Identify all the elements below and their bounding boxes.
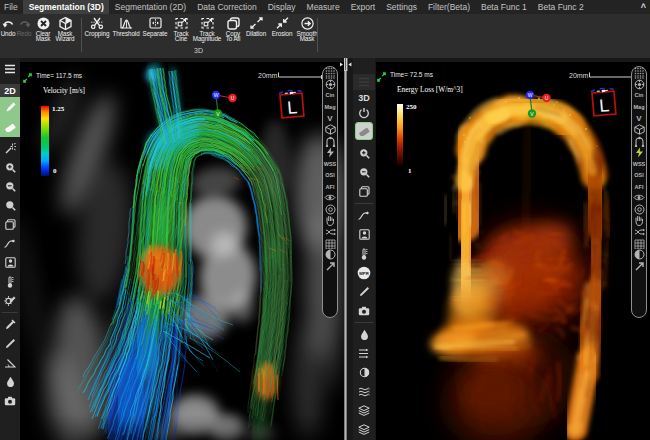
svg-text:U: U: [231, 95, 235, 101]
svg-text:U: U: [545, 95, 549, 101]
svg-text:L: L: [286, 97, 298, 118]
svg-text:W: W: [528, 92, 533, 98]
svg-text:L: L: [598, 95, 610, 116]
svg-text:MPR: MPR: [359, 271, 368, 276]
svg-text:W: W: [214, 92, 219, 98]
